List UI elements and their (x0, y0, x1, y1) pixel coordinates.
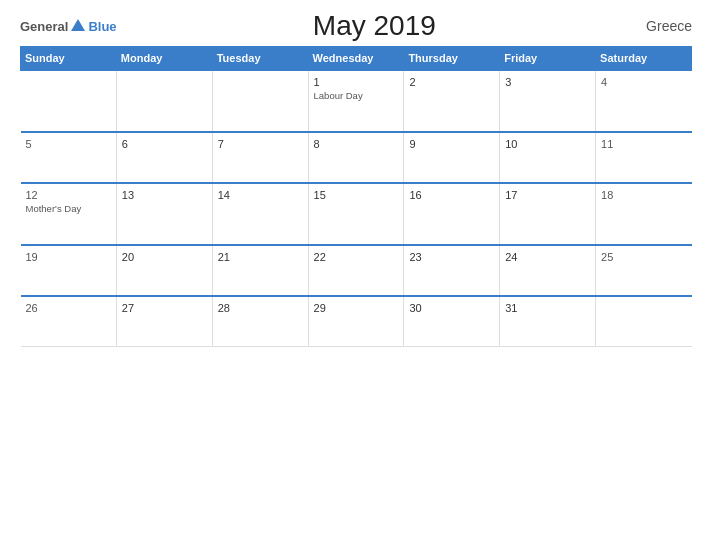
calendar-day-cell: 17 (500, 183, 596, 245)
day-number: 5 (26, 138, 111, 150)
header-day-thursday: Thursday (404, 47, 500, 71)
calendar-week-row: 19202122232425 (21, 245, 692, 296)
calendar-day-cell: 14 (212, 183, 308, 245)
day-number: 24 (505, 251, 590, 263)
calendar-day-cell: 20 (116, 245, 212, 296)
calendar-day-cell: 16 (404, 183, 500, 245)
calendar-week-row: 12Mother's Day131415161718 (21, 183, 692, 245)
calendar-day-cell: 29 (308, 296, 404, 347)
logo-icon (69, 17, 87, 35)
calendar-day-cell: 24 (500, 245, 596, 296)
day-number: 4 (601, 76, 686, 88)
day-number: 15 (314, 189, 399, 201)
day-number: 22 (314, 251, 399, 263)
day-number: 13 (122, 189, 207, 201)
calendar-day-cell: 18 (596, 183, 692, 245)
calendar-header-row: SundayMondayTuesdayWednesdayThursdayFrid… (21, 47, 692, 71)
calendar-day-cell: 23 (404, 245, 500, 296)
header-day-tuesday: Tuesday (212, 47, 308, 71)
day-number: 16 (409, 189, 494, 201)
day-number: 25 (601, 251, 686, 263)
day-number: 8 (314, 138, 399, 150)
calendar-day-cell: 10 (500, 132, 596, 183)
logo-general-text: General (20, 19, 68, 34)
day-number: 30 (409, 302, 494, 314)
calendar-day-cell: 27 (116, 296, 212, 347)
day-number: 21 (218, 251, 303, 263)
day-number: 11 (601, 138, 686, 150)
calendar-day-cell: 21 (212, 245, 308, 296)
day-number: 12 (26, 189, 111, 201)
calendar-title: May 2019 (117, 10, 632, 42)
header-day-wednesday: Wednesday (308, 47, 404, 71)
day-number: 28 (218, 302, 303, 314)
day-number: 20 (122, 251, 207, 263)
top-bar: General Blue May 2019 Greece (20, 10, 692, 42)
day-number: 18 (601, 189, 686, 201)
logo-blue-text: Blue (88, 19, 116, 34)
day-number: 23 (409, 251, 494, 263)
calendar-week-row: 1Labour Day234 (21, 70, 692, 132)
day-number: 2 (409, 76, 494, 88)
calendar-day-cell (116, 70, 212, 132)
header-day-friday: Friday (500, 47, 596, 71)
logo: General Blue (20, 17, 117, 35)
calendar-day-cell (596, 296, 692, 347)
calendar-day-cell: 4 (596, 70, 692, 132)
header-day-sunday: Sunday (21, 47, 117, 71)
calendar-day-cell: 22 (308, 245, 404, 296)
day-number: 6 (122, 138, 207, 150)
day-number: 17 (505, 189, 590, 201)
calendar: SundayMondayTuesdayWednesdayThursdayFrid… (20, 46, 692, 347)
calendar-day-cell: 9 (404, 132, 500, 183)
day-number: 29 (314, 302, 399, 314)
day-number: 3 (505, 76, 590, 88)
calendar-day-cell: 26 (21, 296, 117, 347)
country-label: Greece (632, 18, 692, 34)
day-event: Labour Day (314, 90, 399, 101)
calendar-day-cell: 28 (212, 296, 308, 347)
calendar-day-cell: 11 (596, 132, 692, 183)
calendar-day-cell: 2 (404, 70, 500, 132)
calendar-day-cell: 13 (116, 183, 212, 245)
calendar-day-cell: 25 (596, 245, 692, 296)
calendar-week-row: 262728293031 (21, 296, 692, 347)
day-number: 14 (218, 189, 303, 201)
day-number: 10 (505, 138, 590, 150)
svg-marker-0 (71, 19, 85, 31)
calendar-day-cell: 15 (308, 183, 404, 245)
day-number: 9 (409, 138, 494, 150)
day-number: 7 (218, 138, 303, 150)
calendar-day-cell: 6 (116, 132, 212, 183)
day-number: 27 (122, 302, 207, 314)
day-number: 1 (314, 76, 399, 88)
calendar-day-cell: 3 (500, 70, 596, 132)
calendar-day-cell: 12Mother's Day (21, 183, 117, 245)
calendar-day-cell: 31 (500, 296, 596, 347)
header-day-monday: Monday (116, 47, 212, 71)
calendar-week-row: 567891011 (21, 132, 692, 183)
day-number: 31 (505, 302, 590, 314)
calendar-day-cell: 30 (404, 296, 500, 347)
day-event: Mother's Day (26, 203, 111, 214)
calendar-day-cell: 8 (308, 132, 404, 183)
day-number: 19 (26, 251, 111, 263)
calendar-day-cell: 5 (21, 132, 117, 183)
calendar-day-cell: 1Labour Day (308, 70, 404, 132)
calendar-day-cell (21, 70, 117, 132)
calendar-day-cell: 7 (212, 132, 308, 183)
header-day-saturday: Saturday (596, 47, 692, 71)
calendar-day-cell: 19 (21, 245, 117, 296)
calendar-day-cell (212, 70, 308, 132)
day-number: 26 (26, 302, 111, 314)
